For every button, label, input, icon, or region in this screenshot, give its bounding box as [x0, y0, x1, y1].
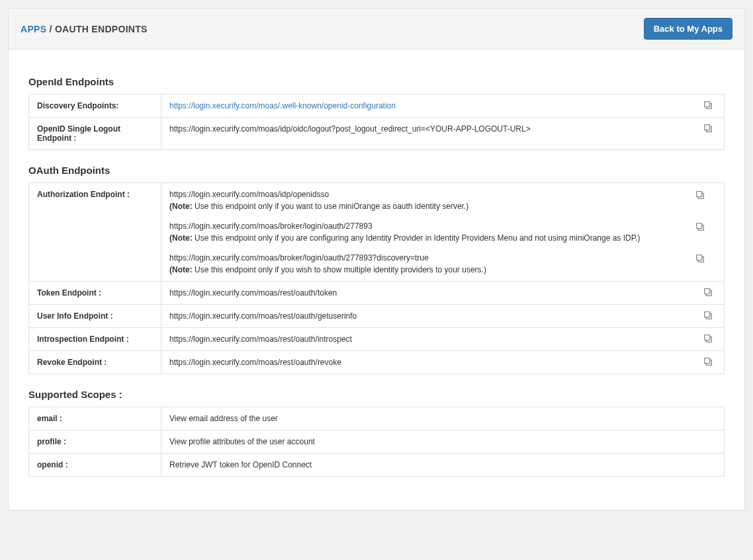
- authz-endpoint-2: https://login.xecurify.com/moas/broker/l…: [169, 221, 716, 243]
- authz2-url: https://login.xecurify.com/moas/broker/l…: [169, 221, 691, 231]
- token-label: Token Endpoint :: [29, 282, 161, 305]
- slo-value: https://login.xecurify.com/moas/idp/oidc…: [161, 118, 725, 150]
- scope-openid-desc: Retrieve JWT token for OpenID Connect: [161, 454, 725, 477]
- table-row: Discovery Endpoints: https://login.xecur…: [29, 95, 725, 118]
- discovery-value: https://login.xecurify.com/moas/.well-kn…: [161, 95, 725, 118]
- table-row: Token Endpoint : https://login.xecurify.…: [29, 282, 725, 305]
- oauth-endpoints-panel: APPS / OAUTH ENDPOINTS Back to My Apps O…: [8, 8, 745, 510]
- token-value: https://login.xecurify.com/moas/rest/oau…: [161, 282, 725, 305]
- authz1-note: (Note: Use this endpoint only if you wan…: [169, 202, 691, 211]
- scopes-section-title: Supported Scopes :: [28, 389, 725, 400]
- table-row: Introspection Endpoint : https://login.x…: [29, 328, 725, 351]
- breadcrumb-sep: /: [46, 24, 55, 34]
- introspect-value: https://login.xecurify.com/moas/rest/oau…: [161, 328, 725, 351]
- revoke-value: https://login.xecurify.com/moas/rest/oau…: [161, 351, 725, 374]
- authz3-note: (Note: Use this endpoint only if you wis…: [169, 265, 691, 274]
- copy-icon[interactable]: [703, 333, 713, 344]
- copy-icon[interactable]: [703, 100, 713, 110]
- panel-header: APPS / OAUTH ENDPOINTS Back to My Apps: [9, 9, 744, 50]
- scope-profile-desc: View profile attributes of the user acco…: [161, 430, 725, 454]
- introspect-label: Introspection Endpoint :: [29, 328, 161, 351]
- userinfo-value: https://login.xecurify.com/moas/rest/oau…: [161, 305, 725, 328]
- authz-endpoint-1: https://login.xecurify.com/moas/idp/open…: [169, 190, 716, 211]
- discovery-label: Discovery Endpoints:: [29, 95, 161, 118]
- copy-icon[interactable]: [695, 221, 705, 232]
- breadcrumb: APPS / OAUTH ENDPOINTS: [21, 24, 148, 34]
- copy-icon[interactable]: [703, 123, 713, 134]
- copy-icon[interactable]: [695, 190, 705, 200]
- table-row: OpenID Single Logout Endpoint : https://…: [29, 118, 725, 150]
- authz2-note: (Note: Use this endpoint only if you are…: [169, 233, 691, 243]
- token-url: https://login.xecurify.com/moas/rest/oau…: [169, 288, 337, 298]
- scopes-table: email : View email address of the user p…: [28, 407, 725, 477]
- authz-value: https://login.xecurify.com/moas/idp/open…: [161, 183, 725, 282]
- discovery-url-link[interactable]: https://login.xecurify.com/moas/.well-kn…: [169, 101, 396, 110]
- scope-profile-label: profile :: [29, 430, 161, 454]
- table-row: Authorization Endpoint : https://login.x…: [29, 183, 725, 282]
- table-row: Revoke Endpoint : https://login.xecurify…: [29, 351, 725, 374]
- revoke-label: Revoke Endpoint :: [29, 351, 161, 374]
- userinfo-label: User Info Endpoint :: [29, 305, 161, 328]
- authz3-url: https://login.xecurify.com/moas/broker/l…: [169, 253, 691, 262]
- panel-body: OpenId Endpoints Discovery Endpoints: ht…: [9, 50, 744, 510]
- breadcrumb-current: OAUTH ENDPOINTS: [55, 24, 148, 34]
- authz-endpoint-3: https://login.xecurify.com/moas/broker/l…: [169, 253, 716, 274]
- scope-email-label: email :: [29, 407, 161, 430]
- table-row: User Info Endpoint : https://login.xecur…: [29, 305, 725, 328]
- table-row: profile : View profile attributes of the…: [29, 430, 725, 454]
- authz-label: Authorization Endpoint :: [29, 183, 161, 282]
- scope-email-desc: View email address of the user: [161, 407, 725, 430]
- scope-openid-label: openid :: [29, 454, 161, 477]
- userinfo-url: https://login.xecurify.com/moas/rest/oau…: [169, 311, 357, 321]
- slo-label: OpenID Single Logout Endpoint :: [29, 118, 161, 150]
- oauth-section-title: OAuth Endpoints: [28, 165, 725, 176]
- table-row: email : View email address of the user: [29, 407, 725, 430]
- copy-icon[interactable]: [703, 310, 713, 321]
- table-row: openid : Retrieve JWT token for OpenID C…: [29, 454, 725, 477]
- back-to-apps-button[interactable]: Back to My Apps: [644, 18, 732, 40]
- authz1-url: https://login.xecurify.com/moas/idp/open…: [169, 190, 691, 199]
- revoke-url: https://login.xecurify.com/moas/rest/oau…: [169, 358, 341, 367]
- oauth-table: Authorization Endpoint : https://login.x…: [28, 182, 725, 374]
- slo-url: https://login.xecurify.com/moas/idp/oidc…: [169, 124, 531, 134]
- breadcrumb-apps-link[interactable]: APPS: [21, 24, 46, 34]
- copy-icon[interactable]: [703, 287, 713, 298]
- openid-table: Discovery Endpoints: https://login.xecur…: [28, 94, 725, 150]
- copy-icon[interactable]: [703, 356, 713, 367]
- introspect-url: https://login.xecurify.com/moas/rest/oau…: [169, 335, 352, 344]
- openid-section-title: OpenId Endpoints: [28, 76, 725, 87]
- copy-icon[interactable]: [695, 253, 705, 264]
